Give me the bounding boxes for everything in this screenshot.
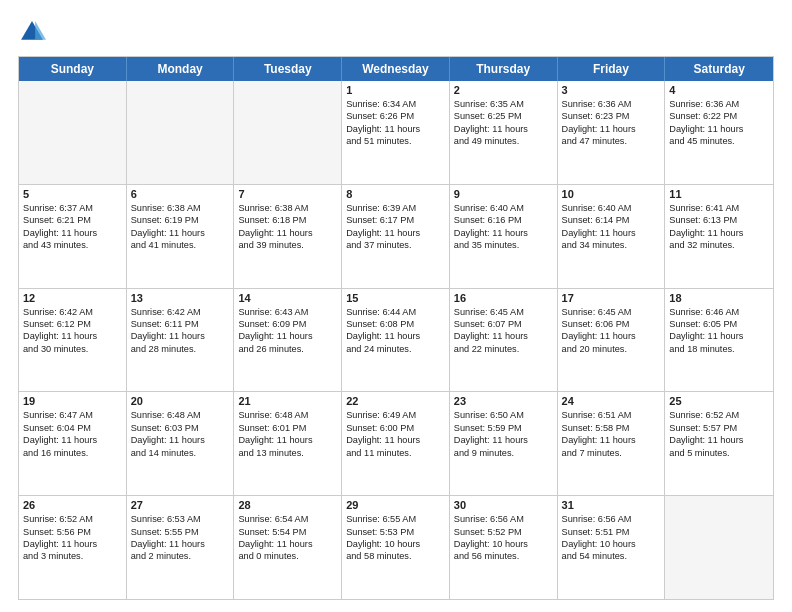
cell-info-line: Sunset: 5:56 PM — [23, 526, 122, 538]
calendar-cell: 20Sunrise: 6:48 AMSunset: 6:03 PMDayligh… — [127, 392, 235, 495]
day-number: 22 — [346, 395, 445, 407]
cell-info-line: Daylight: 11 hours — [669, 227, 769, 239]
day-number: 1 — [346, 84, 445, 96]
calendar-cell: 11Sunrise: 6:41 AMSunset: 6:13 PMDayligh… — [665, 185, 773, 288]
calendar-cell: 6Sunrise: 6:38 AMSunset: 6:19 PMDaylight… — [127, 185, 235, 288]
cell-info-line: and 22 minutes. — [454, 343, 553, 355]
calendar-cell: 14Sunrise: 6:43 AMSunset: 6:09 PMDayligh… — [234, 289, 342, 392]
cell-info-line: and 47 minutes. — [562, 135, 661, 147]
calendar-cell: 26Sunrise: 6:52 AMSunset: 5:56 PMDayligh… — [19, 496, 127, 599]
page: SundayMondayTuesdayWednesdayThursdayFrid… — [0, 0, 792, 612]
day-number: 24 — [562, 395, 661, 407]
cell-info-line: and 3 minutes. — [23, 550, 122, 562]
day-number: 30 — [454, 499, 553, 511]
day-number: 8 — [346, 188, 445, 200]
day-number: 28 — [238, 499, 337, 511]
calendar-row-1: 5Sunrise: 6:37 AMSunset: 6:21 PMDaylight… — [19, 184, 773, 288]
calendar-cell — [19, 81, 127, 184]
cell-info-line: Daylight: 11 hours — [23, 330, 122, 342]
cell-info-line: Daylight: 11 hours — [669, 330, 769, 342]
header — [18, 18, 774, 46]
calendar: SundayMondayTuesdayWednesdayThursdayFrid… — [18, 56, 774, 600]
cell-info-line: Daylight: 10 hours — [454, 538, 553, 550]
cell-info-line: Sunset: 6:26 PM — [346, 110, 445, 122]
day-number: 6 — [131, 188, 230, 200]
cell-info-line: Sunrise: 6:54 AM — [238, 513, 337, 525]
calendar-cell — [234, 81, 342, 184]
cell-info-line: Sunset: 6:07 PM — [454, 318, 553, 330]
cell-info-line: Sunset: 6:06 PM — [562, 318, 661, 330]
calendar-cell: 5Sunrise: 6:37 AMSunset: 6:21 PMDaylight… — [19, 185, 127, 288]
day-number: 4 — [669, 84, 769, 96]
calendar-row-4: 26Sunrise: 6:52 AMSunset: 5:56 PMDayligh… — [19, 495, 773, 599]
cell-info-line: Sunrise: 6:52 AM — [669, 409, 769, 421]
calendar-cell: 9Sunrise: 6:40 AMSunset: 6:16 PMDaylight… — [450, 185, 558, 288]
cell-info-line: Sunrise: 6:46 AM — [669, 306, 769, 318]
day-number: 2 — [454, 84, 553, 96]
day-number: 12 — [23, 292, 122, 304]
cell-info-line: Sunset: 6:05 PM — [669, 318, 769, 330]
cell-info-line: Sunrise: 6:40 AM — [562, 202, 661, 214]
cell-info-line: Daylight: 11 hours — [562, 123, 661, 135]
cell-info-line: Daylight: 11 hours — [23, 538, 122, 550]
cell-info-line: Daylight: 11 hours — [131, 330, 230, 342]
day-number: 19 — [23, 395, 122, 407]
calendar-cell: 19Sunrise: 6:47 AMSunset: 6:04 PMDayligh… — [19, 392, 127, 495]
calendar-cell: 1Sunrise: 6:34 AMSunset: 6:26 PMDaylight… — [342, 81, 450, 184]
header-day-friday: Friday — [558, 57, 666, 81]
cell-info-line: Daylight: 11 hours — [669, 434, 769, 446]
cell-info-line: and 34 minutes. — [562, 239, 661, 251]
cell-info-line: Sunrise: 6:37 AM — [23, 202, 122, 214]
calendar-cell: 30Sunrise: 6:56 AMSunset: 5:52 PMDayligh… — [450, 496, 558, 599]
day-number: 7 — [238, 188, 337, 200]
cell-info-line: Sunrise: 6:40 AM — [454, 202, 553, 214]
cell-info-line: Sunrise: 6:42 AM — [23, 306, 122, 318]
cell-info-line: Sunrise: 6:36 AM — [669, 98, 769, 110]
cell-info-line: Sunrise: 6:50 AM — [454, 409, 553, 421]
day-number: 17 — [562, 292, 661, 304]
cell-info-line: Sunset: 5:55 PM — [131, 526, 230, 538]
cell-info-line: and 24 minutes. — [346, 343, 445, 355]
cell-info-line: Daylight: 11 hours — [238, 330, 337, 342]
calendar-cell: 23Sunrise: 6:50 AMSunset: 5:59 PMDayligh… — [450, 392, 558, 495]
cell-info-line: Sunrise: 6:53 AM — [131, 513, 230, 525]
calendar-cell: 3Sunrise: 6:36 AMSunset: 6:23 PMDaylight… — [558, 81, 666, 184]
day-number: 10 — [562, 188, 661, 200]
header-day-saturday: Saturday — [665, 57, 773, 81]
cell-info-line: Daylight: 11 hours — [238, 538, 337, 550]
cell-info-line: Daylight: 11 hours — [346, 330, 445, 342]
cell-info-line: Daylight: 11 hours — [454, 330, 553, 342]
cell-info-line: Daylight: 11 hours — [131, 538, 230, 550]
calendar-row-2: 12Sunrise: 6:42 AMSunset: 6:12 PMDayligh… — [19, 288, 773, 392]
cell-info-line: Daylight: 11 hours — [669, 123, 769, 135]
cell-info-line: and 18 minutes. — [669, 343, 769, 355]
calendar-cell: 17Sunrise: 6:45 AMSunset: 6:06 PMDayligh… — [558, 289, 666, 392]
cell-info-line: Sunrise: 6:49 AM — [346, 409, 445, 421]
day-number: 16 — [454, 292, 553, 304]
day-number: 15 — [346, 292, 445, 304]
calendar-cell: 21Sunrise: 6:48 AMSunset: 6:01 PMDayligh… — [234, 392, 342, 495]
day-number: 25 — [669, 395, 769, 407]
day-number: 29 — [346, 499, 445, 511]
day-number: 9 — [454, 188, 553, 200]
cell-info-line: Daylight: 11 hours — [238, 227, 337, 239]
cell-info-line: and 58 minutes. — [346, 550, 445, 562]
svg-marker-1 — [35, 21, 46, 40]
cell-info-line: Sunset: 5:58 PM — [562, 422, 661, 434]
calendar-cell: 12Sunrise: 6:42 AMSunset: 6:12 PMDayligh… — [19, 289, 127, 392]
logo-icon — [18, 18, 46, 46]
cell-info-line: and 11 minutes. — [346, 447, 445, 459]
cell-info-line: Sunrise: 6:45 AM — [562, 306, 661, 318]
calendar-body: 1Sunrise: 6:34 AMSunset: 6:26 PMDaylight… — [19, 81, 773, 599]
day-number: 23 — [454, 395, 553, 407]
cell-info-line: and 32 minutes. — [669, 239, 769, 251]
cell-info-line: Sunrise: 6:34 AM — [346, 98, 445, 110]
cell-info-line: Sunrise: 6:38 AM — [131, 202, 230, 214]
cell-info-line: Sunrise: 6:48 AM — [238, 409, 337, 421]
cell-info-line: Sunrise: 6:52 AM — [23, 513, 122, 525]
header-day-sunday: Sunday — [19, 57, 127, 81]
cell-info-line: Daylight: 11 hours — [454, 123, 553, 135]
cell-info-line: Sunset: 6:25 PM — [454, 110, 553, 122]
day-number: 26 — [23, 499, 122, 511]
cell-info-line: Sunset: 6:22 PM — [669, 110, 769, 122]
